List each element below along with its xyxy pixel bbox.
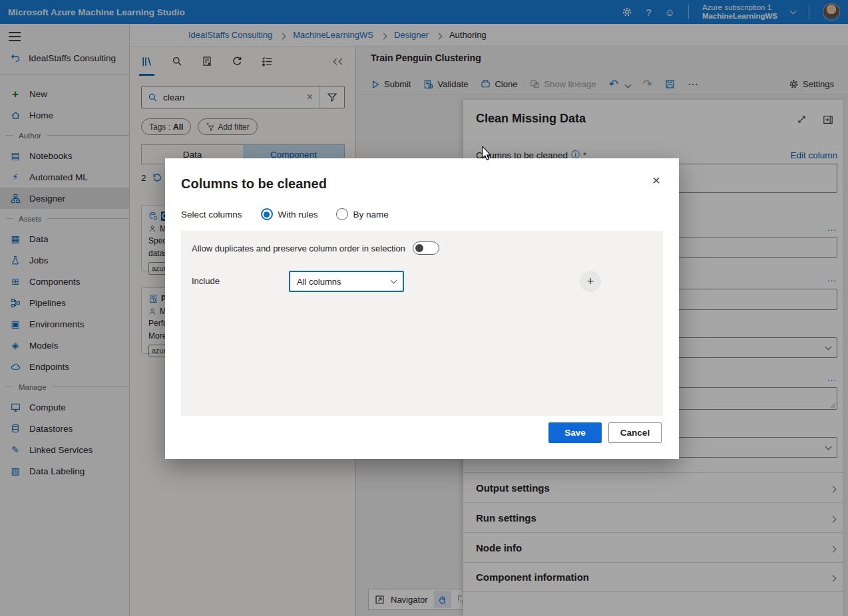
radio-selected-icon	[261, 208, 273, 220]
chevron-down-icon	[391, 277, 397, 284]
include-dropdown-value: All columns	[297, 277, 341, 287]
allow-duplicates-label: Allow duplicates and preserve column ord…	[192, 243, 405, 253]
radio-with-rules[interactable]: With rules	[261, 208, 318, 220]
radio-by-name-label: By name	[353, 210, 389, 220]
select-columns-row: Select columns With rules By name	[181, 208, 389, 220]
cancel-button[interactable]: Cancel	[608, 422, 662, 443]
add-rule-button[interactable]: +	[580, 271, 601, 292]
allow-duplicates-toggle[interactable]	[413, 241, 439, 255]
dialog-title: Columns to be cleaned	[181, 176, 327, 192]
radio-with-rules-label: With rules	[278, 210, 318, 220]
include-label: Include	[192, 276, 220, 286]
azure-ml-studio: Microsoft Azure Machine Learning Studio …	[0, 0, 848, 616]
close-icon[interactable]: ×	[652, 173, 660, 187]
rules-builder-area: Allow duplicates and preserve column ord…	[181, 231, 663, 416]
save-button[interactable]: Save	[548, 422, 602, 443]
include-dropdown[interactable]: All columns	[289, 271, 404, 292]
columns-to-be-cleaned-dialog: Columns to be cleaned × Select columns W…	[165, 158, 679, 459]
radio-by-name[interactable]: By name	[336, 208, 389, 220]
radio-unselected-icon	[336, 208, 348, 220]
select-columns-label: Select columns	[181, 210, 242, 220]
allow-duplicates-row: Allow duplicates and preserve column ord…	[192, 241, 439, 255]
